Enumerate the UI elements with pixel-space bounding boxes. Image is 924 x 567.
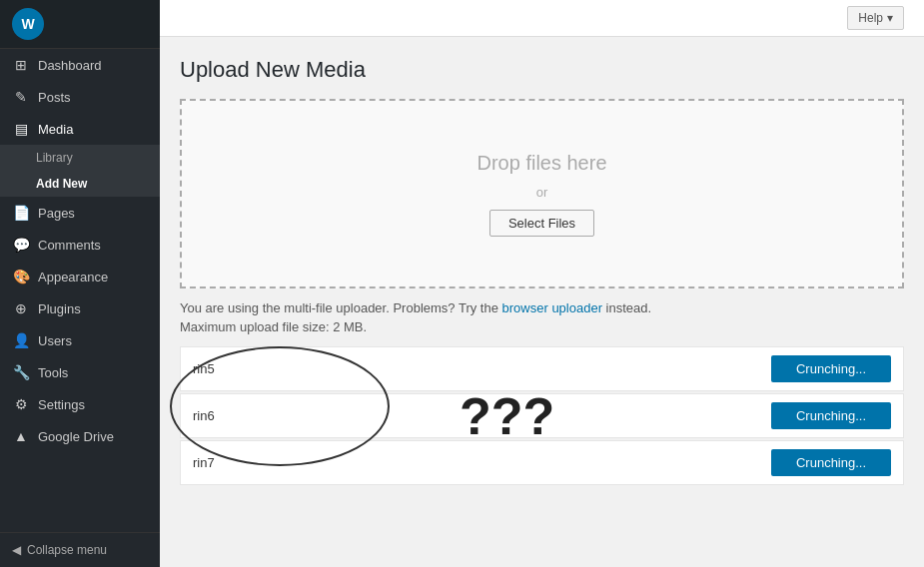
collapse-menu-button[interactable]: ◀ Collapse menu <box>0 532 160 567</box>
add-new-label: Add New <box>36 177 87 191</box>
sidebar-item-comments[interactable]: 💬 Comments <box>0 229 160 261</box>
users-icon: 👤 <box>12 332 30 348</box>
sidebar-item-dashboard[interactable]: ⊞ Dashboard <box>0 49 160 81</box>
comments-icon: 💬 <box>12 237 30 253</box>
wp-logo-icon: W <box>12 8 44 40</box>
tools-icon: 🔧 <box>12 364 30 380</box>
sidebar-item-label: Users <box>38 333 72 348</box>
sidebar: W ⊞ Dashboard ✎ Posts ▤ Media Library Ad… <box>0 0 160 567</box>
sidebar-item-label: Dashboard <box>38 58 102 73</box>
crunching-button-1[interactable]: Crunching... <box>771 402 891 429</box>
topbar: Help ▾ <box>160 0 924 37</box>
sidebar-item-label: Plugins <box>38 301 81 316</box>
browser-uploader-suffix: instead. <box>602 300 651 315</box>
pages-icon: 📄 <box>12 205 30 221</box>
crunching-button-0[interactable]: Crunching... <box>771 355 891 382</box>
sidebar-item-label: Appearance <box>38 270 108 284</box>
help-arrow-icon: ▾ <box>887 11 893 25</box>
sidebar-item-google-drive[interactable]: ▲ Google Drive <box>0 420 160 452</box>
sidebar-item-media[interactable]: ▤ Media <box>0 113 160 145</box>
posts-icon: ✎ <box>12 89 30 105</box>
appearance-icon: 🎨 <box>12 269 30 284</box>
uploader-info: You are using the multi-file uploader. P… <box>180 300 904 315</box>
upload-filename: rin5 <box>193 361 771 376</box>
sidebar-item-label: Tools <box>38 365 68 380</box>
collapse-arrow-icon: ◀ <box>12 543 21 557</box>
help-button[interactable]: Help ▾ <box>847 6 904 30</box>
media-submenu: Library Add New <box>0 145 160 197</box>
sidebar-item-label: Comments <box>38 238 101 253</box>
sidebar-item-posts[interactable]: ✎ Posts <box>0 81 160 113</box>
help-label: Help <box>858 11 883 25</box>
plugins-icon: ⊕ <box>12 300 30 316</box>
sidebar-item-appearance[interactable]: 🎨 Appearance <box>0 261 160 292</box>
sidebar-item-add-new[interactable]: Add New <box>0 171 160 197</box>
upload-filename: rin6 <box>193 408 771 423</box>
sidebar-item-pages[interactable]: 📄 Pages <box>0 197 160 229</box>
drop-zone-or: or <box>536 185 548 200</box>
browser-uploader-link[interactable]: browser uploader <box>502 300 602 315</box>
multi-uploader-text: You are using the multi-file uploader. P… <box>180 300 502 315</box>
select-files-button[interactable]: Select Files <box>489 210 594 237</box>
crunching-button-2[interactable]: Crunching... <box>771 449 891 476</box>
sidebar-logo: W <box>0 0 160 49</box>
upload-row: rin7 Crunching... <box>180 440 904 485</box>
max-size-info: Maximum upload file size: 2 MB. <box>180 319 904 334</box>
drop-zone-text: Drop files here <box>476 152 606 175</box>
media-icon: ▤ <box>12 121 30 137</box>
main-content: Help ▾ Upload New Media Drop files here … <box>160 0 924 567</box>
sidebar-item-label: Settings <box>38 397 85 412</box>
sidebar-item-label: Media <box>38 122 73 137</box>
page-title: Upload New Media <box>180 57 904 83</box>
sidebar-item-label: Posts <box>38 90 71 105</box>
dashboard-icon: ⊞ <box>12 57 30 73</box>
sidebar-item-tools[interactable]: 🔧 Tools <box>0 356 160 388</box>
library-label: Library <box>36 151 73 165</box>
sidebar-item-label: Google Drive <box>38 429 114 444</box>
sidebar-item-settings[interactable]: ⚙ Settings <box>0 388 160 420</box>
collapse-label: Collapse menu <box>27 543 107 557</box>
upload-row: rin5 Crunching... <box>180 346 904 391</box>
upload-filename: rin7 <box>193 455 771 470</box>
settings-icon: ⚙ <box>12 396 30 412</box>
drop-zone[interactable]: Drop files here or Select Files <box>180 99 904 288</box>
upload-row: rin6 Crunching... <box>180 393 904 438</box>
sidebar-item-label: Pages <box>38 206 75 221</box>
google-drive-icon: ▲ <box>12 428 30 444</box>
sidebar-item-plugins[interactable]: ⊕ Plugins <box>0 292 160 324</box>
page-content: Upload New Media Drop files here or Sele… <box>160 37 924 567</box>
sidebar-item-library[interactable]: Library <box>0 145 160 171</box>
sidebar-item-users[interactable]: 👤 Users <box>0 324 160 356</box>
sidebar-nav: ⊞ Dashboard ✎ Posts ▤ Media Library Add … <box>0 49 160 532</box>
upload-rows: ??? rin5 Crunching... rin6 Crunching... … <box>180 346 904 485</box>
